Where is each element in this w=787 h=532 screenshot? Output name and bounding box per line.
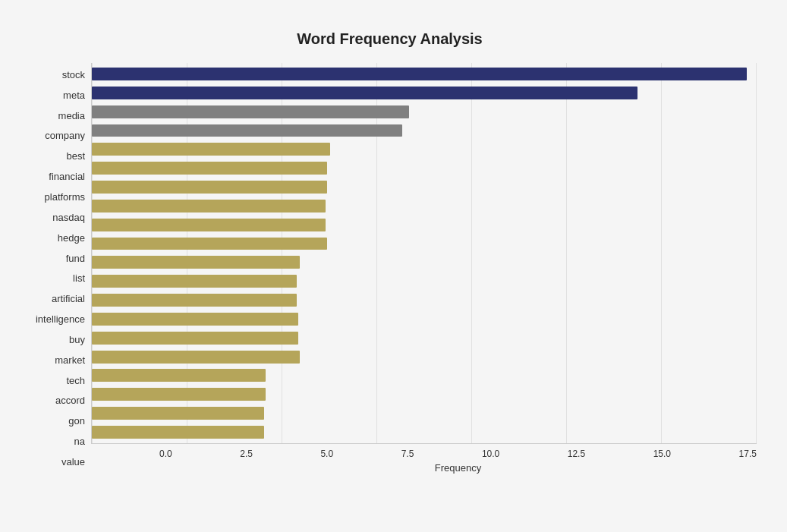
bar-row-fund bbox=[92, 235, 757, 253]
chart-container: Word Frequency Analysis stockmetamediaco… bbox=[8, 8, 779, 532]
x-tick-1: 2.5 bbox=[240, 449, 253, 459]
bar-row-financial bbox=[92, 159, 757, 178]
bar-row-nasdaq bbox=[92, 197, 757, 216]
bar-accord bbox=[92, 369, 266, 382]
chart-area: stockmetamediacompanybestfinancialplatfo… bbox=[23, 63, 757, 474]
y-label-intelligence: intelligence bbox=[23, 314, 85, 324]
bar-intelligence bbox=[92, 294, 297, 307]
bar-gon bbox=[92, 388, 266, 401]
bar-hedge bbox=[92, 219, 326, 231]
bar-row-stock bbox=[92, 65, 757, 83]
x-axis-title: Frequency bbox=[159, 462, 757, 474]
y-label-hedge: hedge bbox=[23, 233, 85, 243]
bar-row-gon bbox=[92, 385, 757, 404]
bar-row-list bbox=[92, 253, 757, 272]
bar-company bbox=[92, 124, 402, 137]
bar-row-company bbox=[92, 121, 757, 140]
bar-platforms bbox=[92, 181, 327, 194]
bar-row-na bbox=[92, 404, 757, 423]
y-label-value: value bbox=[23, 457, 85, 467]
bar-media bbox=[92, 105, 409, 118]
x-tick-0: 0.0 bbox=[159, 449, 172, 459]
bar-meta bbox=[92, 87, 637, 99]
x-tick-4: 10.0 bbox=[482, 449, 499, 459]
bar-row-artificial bbox=[92, 272, 757, 291]
bar-row-tech bbox=[92, 348, 757, 367]
y-axis-labels: stockmetamediacompanybestfinancialplatfo… bbox=[23, 63, 91, 474]
y-label-artificial: artificial bbox=[23, 294, 85, 304]
bars-inner bbox=[92, 63, 757, 443]
y-label-fund: fund bbox=[23, 253, 85, 263]
y-label-stock: stock bbox=[23, 70, 85, 80]
y-label-list: list bbox=[23, 273, 85, 283]
y-label-nasdaq: nasdaq bbox=[23, 212, 85, 222]
x-axis-labels: 0.02.55.07.510.012.515.017.5 bbox=[159, 444, 757, 459]
bar-row-buy bbox=[92, 310, 757, 329]
bar-row-media bbox=[92, 102, 757, 121]
bar-row-meta bbox=[92, 83, 757, 102]
x-tick-2: 5.0 bbox=[320, 449, 333, 459]
y-label-financial: financial bbox=[23, 172, 85, 181]
x-tick-3: 7.5 bbox=[401, 449, 414, 459]
x-tick-5: 12.5 bbox=[568, 449, 585, 459]
y-label-meta: meta bbox=[23, 90, 85, 100]
bar-buy bbox=[92, 313, 298, 326]
bar-row-hedge bbox=[92, 216, 757, 235]
bar-financial bbox=[92, 162, 327, 175]
x-tick-6: 15.0 bbox=[653, 449, 671, 459]
x-tick-7: 17.5 bbox=[739, 449, 757, 459]
bar-artificial bbox=[92, 275, 297, 288]
bar-nasdaq bbox=[92, 200, 326, 212]
bar-tech bbox=[92, 351, 300, 364]
y-label-na: na bbox=[23, 436, 85, 446]
bar-value bbox=[92, 426, 264, 439]
bar-fund bbox=[92, 238, 327, 250]
bar-row-value bbox=[92, 423, 757, 442]
y-label-media: media bbox=[23, 111, 85, 121]
bar-na bbox=[92, 407, 264, 420]
y-label-tech: tech bbox=[23, 376, 85, 386]
chart-title: Word Frequency Analysis bbox=[23, 23, 757, 48]
y-label-buy: buy bbox=[23, 335, 85, 345]
bar-row-platforms bbox=[92, 178, 757, 197]
bar-market bbox=[92, 332, 298, 345]
bar-stock bbox=[92, 68, 747, 80]
y-label-market: market bbox=[23, 355, 85, 365]
bar-list bbox=[92, 256, 300, 269]
y-label-gon: gon bbox=[23, 416, 85, 426]
y-label-accord: accord bbox=[23, 395, 85, 405]
bars-area bbox=[91, 63, 757, 444]
y-label-best: best bbox=[23, 151, 85, 161]
bar-best bbox=[92, 143, 330, 156]
bar-row-intelligence bbox=[92, 291, 757, 310]
y-label-company: company bbox=[23, 131, 85, 140]
bar-row-market bbox=[92, 329, 757, 348]
bar-row-best bbox=[92, 140, 757, 159]
y-label-platforms: platforms bbox=[23, 192, 85, 202]
bar-row-accord bbox=[92, 367, 757, 386]
